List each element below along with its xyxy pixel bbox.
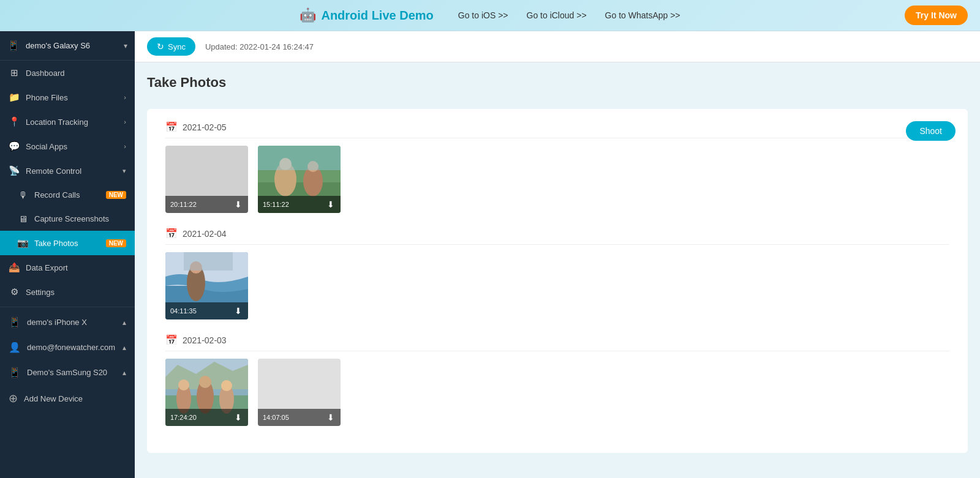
sidebar-item-location-tracking[interactable]: 📍 Location Tracking › [0,110,135,134]
remote-icon: 📡 [9,165,20,176]
sidebar-item-phone-files[interactable]: 📁 Phone Files › [0,85,135,110]
app-header: 🤖 Android Live Demo Go to iOS >> Go to i… [0,0,980,31]
download-button[interactable]: ⬇ [326,411,336,424]
photo-time: 14:07:05 [263,414,289,421]
sync-label: Sync [168,42,186,51]
sidebar-item-remote-control[interactable]: 📡 Remote Control ▾ [0,159,135,183]
page-title: Take Photos [135,62,980,97]
chevron-right-icon: › [124,118,126,125]
chevron-right-icon: › [124,143,126,150]
account-name: demo@fonewatcher.com [27,343,116,352]
sidebar-account-email[interactable]: 👤 demo@fonewatcher.com ▴ [0,335,135,360]
sidebar-item-label: Capture Screenshots [34,214,126,223]
svg-point-21 [221,380,232,391]
sidebar-iphone-x[interactable]: 📱 demo's iPhone X ▴ [0,310,135,335]
account-name: demo's iPhone X [27,318,116,327]
photos-container: Shoot 📅 2021-02-05 20:11:22 ⬇ [147,109,968,453]
sidebar-item-label: Dashboard [26,69,126,78]
svg-rect-6 [258,146,341,170]
add-icon: ⊕ [9,392,18,405]
calendar-icon: 📅 [165,334,178,346]
content-area: Shoot 📅 2021-02-05 20:11:22 ⬇ [135,97,980,478]
chevron-right-icon: › [124,94,126,101]
sidebar-item-settings[interactable]: ⚙ Settings [0,280,135,304]
chevron-up-icon: ▴ [123,368,126,377]
sidebar-samsung-s20[interactable]: 📱 Demo's SamSung S20 ▴ [0,360,135,385]
photo-thumb: 04:11:35 ⬇ [165,252,248,319]
link-ios[interactable]: Go to iOS >> [458,10,508,20]
photos-row-2: 04:11:35 ⬇ [165,252,949,319]
new-badge: NEW [106,191,126,199]
shoot-button[interactable]: Shoot [906,121,956,141]
location-icon: 📍 [9,116,20,127]
svg-point-19 [178,379,189,390]
date-header-3: 📅 2021-02-03 [165,334,949,351]
download-button[interactable]: ⬇ [233,411,243,424]
photo-overlay: 14:07:05 ⬇ [258,409,341,426]
photo-time: 15:11:22 [263,201,289,208]
sidebar-item-label: Social Apps [26,142,118,151]
calendar-icon: 📅 [165,228,178,239]
chevron-up-icon: ▴ [123,343,126,352]
phone-icon: 📱 [9,367,21,378]
sidebar-item-label: Data Export [26,263,126,272]
svg-rect-12 [184,252,233,271]
date-label: 2021-02-03 [183,335,227,345]
main-layout: 📱 demo's Galaxy S6 ▾ ⊞ Dashboard 📁 Phone… [0,31,980,478]
add-device-label: Add New Device [24,394,83,403]
header-links: Go to iOS >> Go to iCloud >> Go to Whats… [458,10,680,20]
photo-time: 04:11:35 [170,307,197,315]
date-label: 2021-02-04 [183,229,227,239]
chevron-down-icon: ▾ [123,167,126,175]
photo-thumb: 20:11:22 ⬇ [165,146,248,213]
sidebar-item-label: Record Calls [34,190,100,200]
photo-overlay: 20:11:22 ⬇ [165,196,248,213]
photo-overlay: 04:11:35 ⬇ [165,302,248,319]
phone-files-icon: 📁 [9,92,20,103]
date-header-1: 📅 2021-02-05 [165,121,949,138]
phone-icon: 📱 [9,316,21,328]
try-it-now-button[interactable]: Try It Now [905,6,968,25]
sidebar-device[interactable]: 📱 demo's Galaxy S6 ▾ [0,31,135,61]
date-section-1: 📅 2021-02-05 20:11:22 ⬇ [165,121,949,213]
link-whatsapp[interactable]: Go to WhatsApp >> [605,10,680,20]
sidebar-item-capture-screenshots[interactable]: 🖥 Capture Screenshots [0,207,135,231]
photos-row-1: 20:11:22 ⬇ [165,146,949,213]
sidebar-item-label: Take Photos [34,239,100,248]
divider [0,307,135,307]
social-icon: 💬 [9,141,20,152]
date-section-3: 📅 2021-02-03 [165,334,949,426]
sidebar-item-social-apps[interactable]: 💬 Social Apps › [0,134,135,159]
updated-timestamp: Updated: 2022-01-24 16:24:47 [205,42,314,51]
date-section-2: 📅 2021-02-04 [165,228,949,319]
record-calls-icon: 🎙 [17,190,28,200]
brand: 🤖 Android Live Demo [300,7,433,23]
toolbar: ↻ Sync Updated: 2022-01-24 16:24:47 [135,31,980,62]
add-new-device-button[interactable]: ⊕ Add New Device [0,385,135,412]
date-label: 2021-02-05 [183,122,227,132]
photos-row-3: 17:24:20 ⬇ 14:07:05 ⬇ [165,359,949,426]
photo-overlay: 15:11:22 ⬇ [258,196,341,213]
device-name: demo's Galaxy S6 [26,41,118,50]
account-name: Demo's SamSung S20 [27,368,116,377]
sidebar-item-label: Remote Control [26,166,116,176]
sidebar-item-data-export[interactable]: 📤 Data Export [0,255,135,280]
user-icon: 👤 [9,342,21,353]
link-icloud[interactable]: Go to iCloud >> [527,10,587,20]
sidebar-item-label: Phone Files [26,93,118,102]
sync-icon: ↻ [157,42,164,51]
sidebar-item-label: Settings [26,288,126,297]
sidebar-item-dashboard[interactable]: ⊞ Dashboard [0,61,135,85]
download-button[interactable]: ⬇ [326,198,336,211]
photo-overlay: 17:24:20 ⬇ [165,409,248,426]
sync-button[interactable]: ↻ Sync [147,37,195,56]
sidebar-item-record-calls[interactable]: 🎙 Record Calls NEW [0,183,135,207]
sidebar-item-take-photos[interactable]: 📷 Take Photos NEW [0,231,135,255]
screenshot-icon: 🖥 [17,214,28,224]
photo-thumb: 17:24:20 ⬇ [165,359,248,426]
download-button[interactable]: ⬇ [233,198,243,211]
download-button[interactable]: ⬇ [233,305,243,317]
main-content: ↻ Sync Updated: 2022-01-24 16:24:47 Take… [135,31,980,478]
chevron-up-icon: ▴ [123,318,126,327]
photo-time: 17:24:20 [170,414,197,421]
